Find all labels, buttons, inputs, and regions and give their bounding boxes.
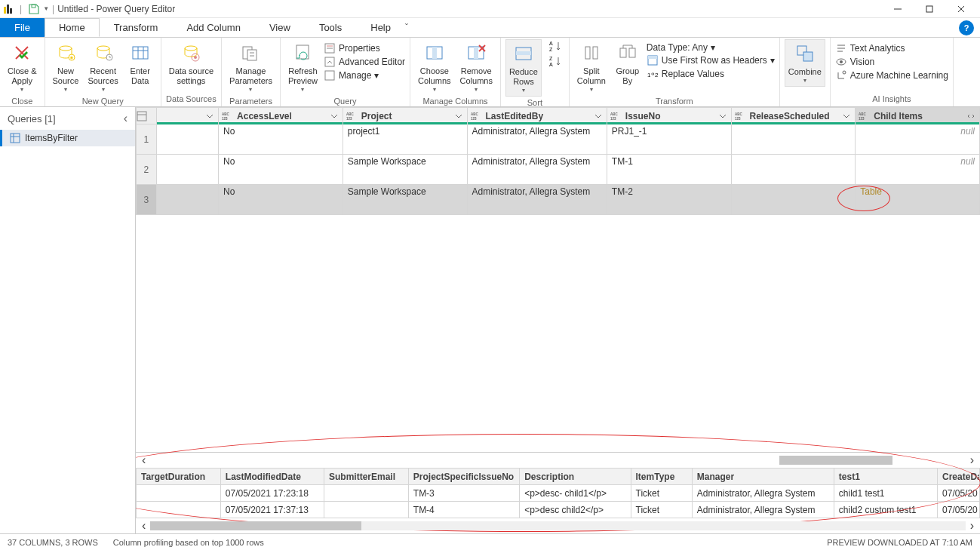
grid-cell[interactable]: Sample Workspace — [343, 185, 467, 215]
new-source-button[interactable]: ✷New Source▾ — [50, 39, 82, 95]
preview-cell[interactable] — [324, 485, 409, 502]
data-grid[interactable]: ABC123AccessLevelABC123ProjectABC123Last… — [136, 107, 980, 452]
preview-cell[interactable]: Administrator, Allegra System — [692, 502, 834, 518]
hscroll-thumb[interactable] — [779, 456, 892, 465]
vision-button[interactable]: Vision — [835, 56, 948, 68]
grid-cell[interactable]: Administrator, Allegra System — [467, 185, 607, 215]
maximize-button[interactable] — [914, 0, 945, 18]
tab-view[interactable]: View — [255, 18, 305, 37]
grid-cell[interactable]: Table — [856, 185, 980, 215]
column-header[interactable]: Project — [361, 111, 452, 121]
filter-icon[interactable] — [717, 111, 728, 121]
preview-cell[interactable] — [137, 485, 221, 502]
grid-cell[interactable]: No — [219, 124, 343, 155]
expand-icon[interactable] — [966, 111, 976, 121]
preview-cell[interactable]: 07/05/20 — [938, 502, 980, 518]
advanced-editor-button[interactable]: Advanced Editor — [324, 56, 405, 68]
grid-cell[interactable]: Sample Workspace — [343, 155, 467, 185]
help-icon[interactable]: ? — [959, 20, 974, 35]
preview-column-header[interactable]: LastModifiedDate — [220, 469, 324, 485]
grid-cell[interactable]: null — [856, 124, 980, 155]
column-header[interactable]: AccessLevel — [237, 111, 327, 121]
filter-icon[interactable] — [204, 111, 215, 121]
preview-cell[interactable]: Administrator, Allegra System — [692, 485, 834, 502]
grid-cell[interactable]: project1 — [343, 124, 467, 155]
reduce-rows-button[interactable]: Reduce Rows▾ — [505, 39, 542, 97]
grid-cell[interactable] — [731, 185, 856, 215]
preview-cell[interactable] — [137, 502, 221, 518]
preview-column-header[interactable]: SubmitterEmail — [324, 469, 409, 485]
preview-cell[interactable]: 07/05/2021 17:23:18 — [220, 485, 324, 502]
row-number[interactable]: 2 — [137, 155, 157, 185]
grid-cell[interactable] — [156, 185, 218, 215]
filter-icon[interactable] — [593, 111, 604, 121]
grid-cell[interactable]: null — [856, 155, 980, 185]
recent-sources-button[interactable]: Recent Sources▾ — [84, 39, 121, 95]
column-header[interactable]: IssueNo — [625, 111, 716, 121]
preview-column-header[interactable]: CreateDa — [938, 469, 980, 485]
preview-cell[interactable]: TM-3 — [408, 485, 519, 502]
ribbon-collapse-icon[interactable]: ˇ — [405, 23, 408, 33]
replace-values-button[interactable]: 12Replace Values — [647, 68, 775, 80]
preview-cell[interactable]: <p>desc- child1</p> — [520, 485, 631, 502]
row-number[interactable]: 3 — [137, 185, 157, 215]
preview-cell[interactable]: TM-4 — [408, 502, 519, 518]
filter-icon[interactable] — [453, 111, 464, 121]
column-header[interactable]: Child Items — [874, 111, 964, 121]
grid-cell[interactable]: No — [219, 185, 343, 215]
grid-cell[interactable]: Administrator, Allegra System — [467, 124, 607, 155]
manage-button[interactable]: Manage ▾ — [324, 69, 405, 81]
preview-cell[interactable]: child2 custom test1 — [834, 502, 937, 518]
preview-cell[interactable]: Ticket — [631, 502, 692, 518]
minimize-button[interactable] — [882, 0, 914, 18]
azure-ml-button[interactable]: Azure Machine Learning — [835, 69, 948, 81]
preview-cell[interactable]: 07/05/2021 17:37:13 — [220, 502, 324, 518]
data-type-button[interactable]: Data Type: Any ▾ — [647, 42, 775, 53]
grid-cell[interactable]: PRJ1_-1 — [607, 124, 731, 155]
tab-home[interactable]: Home — [45, 18, 100, 37]
hscroll-thumb-2[interactable] — [150, 521, 361, 530]
preview-cell[interactable] — [324, 502, 409, 518]
enter-data-button[interactable]: Enter Data — [124, 39, 156, 88]
remove-columns-button[interactable]: Remove Columns▾ — [457, 39, 496, 95]
query-item[interactable]: ItemsByFilter — [0, 130, 135, 146]
text-analytics-button[interactable]: Text Analytics — [835, 42, 948, 54]
grid-cell[interactable]: No — [219, 155, 343, 185]
sort-asc-button[interactable]: AZ — [548, 39, 561, 53]
preview-cell[interactable]: 07/05/20 — [938, 485, 980, 502]
first-row-headers-button[interactable]: Use First Row as Headers ▾ — [647, 54, 775, 66]
tab-add-column[interactable]: Add Column — [172, 18, 255, 37]
tab-help[interactable]: Help — [356, 18, 405, 37]
filter-icon[interactable] — [329, 111, 339, 121]
preview-table[interactable]: TargetDurationLastModifiedDateSubmitterE… — [136, 468, 980, 518]
manage-parameters-button[interactable]: Manage Parameters▾ — [226, 39, 275, 95]
tab-tools[interactable]: Tools — [305, 18, 356, 37]
scroll-right-icon[interactable]: › — [970, 453, 974, 467]
grid-cell[interactable]: TM-1 — [607, 155, 731, 185]
filter-icon[interactable] — [841, 111, 852, 121]
split-column-button[interactable]: Split Column▾ — [574, 39, 609, 95]
tab-file[interactable]: File — [0, 18, 45, 37]
grid-cell[interactable] — [156, 155, 218, 185]
grid-cell[interactable]: Administrator, Allegra System — [467, 155, 607, 185]
preview-column-header[interactable]: Manager — [692, 469, 834, 485]
combine-button[interactable]: Combine▾ — [785, 39, 825, 87]
save-icon[interactable] — [28, 3, 40, 15]
preview-cell[interactable]: Ticket — [631, 485, 692, 502]
column-header[interactable]: LastEditedBy — [486, 111, 591, 121]
row-number[interactable]: 1 — [137, 124, 157, 155]
preview-column-header[interactable]: TargetDuration — [137, 469, 221, 485]
choose-columns-button[interactable]: Choose Columns▾ — [415, 39, 453, 95]
sort-desc-button[interactable]: ZA — [548, 54, 561, 68]
properties-button[interactable]: Properties — [324, 42, 405, 54]
grid-cell[interactable]: TM-2 — [607, 185, 731, 215]
preview-column-header[interactable]: ItemType — [631, 469, 692, 485]
preview-column-header[interactable]: ProjectSpecificIssueNo — [408, 469, 519, 485]
grid-cell[interactable] — [156, 124, 218, 155]
group-by-button[interactable]: Group By — [612, 39, 644, 88]
tab-transform[interactable]: Transform — [100, 18, 173, 37]
preview-column-header[interactable]: test1 — [834, 469, 937, 485]
preview-column-header[interactable]: Description — [520, 469, 631, 485]
column-header[interactable]: ReleaseScheduled — [750, 111, 840, 121]
refresh-preview-button[interactable]: Refresh Preview▾ — [285, 39, 321, 95]
